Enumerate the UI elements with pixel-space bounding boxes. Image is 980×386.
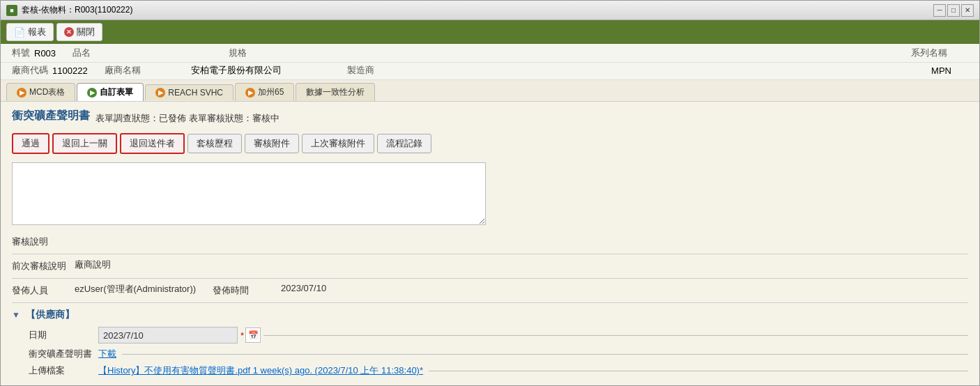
upload-label: 上傳檔案 — [29, 364, 98, 377]
upload-row: 上傳檔案 【History】不使用有害物質聲明書.pdf 1 week(s) a… — [29, 364, 968, 377]
spec-group: 規格 — [229, 47, 368, 59]
mpn-value: MPN — [931, 65, 951, 76]
form-status: 表單調查狀態：已發佈 表單審核狀態：審核中 — [95, 112, 280, 125]
prev-note-value: 廠商說明 — [75, 258, 111, 271]
vendor-name-label-group: 廠商名稱 — [105, 64, 174, 77]
review-attachment-button[interactable]: 審核附件 — [245, 134, 299, 153]
prev-note-label: 前次審核說明 — [12, 258, 75, 272]
vendor-code-label: 廠商代碼 — [12, 64, 48, 77]
process-log-button[interactable]: 流程記錄 — [377, 134, 431, 153]
declaration-row: 衝突礦產聲明書 下載 — [29, 348, 968, 360]
close-circle-icon: ✕ — [64, 27, 74, 37]
date-row: 日期 * 📅 — [29, 327, 968, 343]
title-bar: ■ 套核-依物料：R003(1100222) ─ □ ✕ — [1, 1, 979, 20]
prev-attachment-button[interactable]: 上次審核附件 — [302, 134, 374, 153]
tab-mcd[interactable]: ▶ MCD表格 — [6, 83, 75, 101]
form-title: 衝突礦產聲明書 — [12, 109, 90, 123]
report-icon: 📄 — [14, 27, 25, 38]
info-bar-row2: 廠商代碼 1100222 廠商名稱 安柏電子股份有限公司 製造商 MPN — [1, 63, 979, 80]
approve-button[interactable]: 通過 — [12, 133, 49, 154]
review-note-label: 審核說明 — [12, 234, 75, 248]
tab-reach-label: REACH SVHC — [168, 88, 223, 98]
tab-ca65[interactable]: ▶ 加州65 — [235, 83, 294, 101]
review-history-button[interactable]: 套核歷程 — [187, 134, 242, 153]
main-content: 衝突礦產聲明書 表單調查狀態：已發佈 表單審核狀態：審核中 通過 退回上一關 退… — [1, 102, 979, 385]
manufacturer-label-group: 製造商 — [347, 64, 417, 77]
publisher-row: 發佈人員 ezUser(管理者(Administrator)) 發佈時間 202… — [12, 283, 968, 297]
vendor-code-group: 廠商代碼 1100222 — [12, 64, 88, 77]
main-window: ■ 套核-依物料：R003(1100222) ─ □ ✕ 📄 報表 ✕ 關閉 料… — [0, 0, 980, 386]
tab-mcd-label: MCD表格 — [29, 86, 65, 98]
minimize-button[interactable]: ─ — [933, 4, 946, 17]
supplier-header: ▼ 【供應商】 — [12, 309, 968, 321]
tab-reach-icon: ▶ — [155, 88, 165, 98]
tab-analysis[interactable]: 數據一致性分析 — [296, 83, 375, 101]
tab-bar: ▶ MCD表格 ▶ 自訂表單 ▶ REACH SVHC ▶ 加州65 數據一致性… — [1, 80, 979, 102]
divider-1 — [12, 254, 968, 254]
material-value: R003 — [34, 48, 56, 59]
declaration-label: 衝突礦產聲明書 — [29, 348, 98, 360]
tab-analysis-label: 數據一致性分析 — [306, 86, 365, 98]
close-label: 關閉 — [77, 26, 95, 38]
series-group: 系列名稱 — [911, 47, 951, 59]
restore-button[interactable]: □ — [947, 4, 960, 17]
vendor-code-value: 1100222 — [52, 65, 88, 76]
tab-custom-icon: ▶ — [87, 88, 97, 98]
window-title: 套核-依物料：R003(1100222) — [22, 4, 933, 16]
divider-3 — [12, 302, 968, 303]
report-label: 報表 — [28, 26, 46, 38]
mpn-group: MPN — [931, 65, 951, 76]
vendor-name-label: 廠商名稱 — [105, 64, 141, 77]
tab-ca65-icon: ▶ — [245, 88, 255, 98]
publisher-value: ezUser(管理者(Administrator)) — [75, 283, 196, 295]
declaration-download-link[interactable]: 下載 — [98, 348, 116, 360]
calendar-icon[interactable]: 📅 — [245, 327, 261, 343]
material-group: 料號 R003 — [12, 47, 56, 59]
spec-label: 規格 — [229, 47, 247, 59]
review-area — [12, 162, 968, 227]
close-toolbar-button[interactable]: ✕ 關閉 — [56, 23, 102, 41]
divider-2 — [12, 278, 968, 279]
tab-custom-label: 自訂表單 — [100, 86, 133, 98]
window-controls: ─ □ ✕ — [933, 4, 974, 17]
info-bar: 料號 R003 品名 規格 系列名稱 — [1, 44, 979, 63]
manufacturer-label: 製造商 — [347, 64, 374, 77]
action-buttons-row: 通過 退回上一關 退回送件者 套核歷程 審核附件 上次審核附件 流程記錄 — [12, 133, 968, 154]
return-prev-button[interactable]: 退回上一關 — [52, 133, 117, 154]
collapse-icon[interactable]: ▼ — [12, 310, 20, 320]
tab-mcd-icon: ▶ — [17, 88, 26, 98]
publish-time-value: 2023/07/10 — [281, 283, 326, 293]
series-label: 系列名稱 — [911, 47, 947, 59]
publish-time-label: 發佈時間 — [213, 283, 275, 297]
date-required: * — [240, 330, 244, 341]
product-label: 品名 — [72, 47, 91, 59]
material-label: 料號 — [12, 47, 30, 59]
vendor-name-value: 安柏電子股份有限公司 — [191, 64, 282, 77]
review-note-row: 審核說明 — [12, 234, 968, 248]
supplier-form: 日期 * 📅 衝突礦產聲明書 下載 上傳檔案 【History】不使用有害物質聲… — [12, 327, 968, 377]
date-label: 日期 — [29, 329, 98, 341]
tab-custom[interactable]: ▶ 自訂表單 — [77, 83, 144, 101]
supplier-label: 【供應商】 — [26, 309, 75, 321]
date-input[interactable] — [98, 327, 238, 343]
window-icon: ■ — [6, 5, 17, 16]
publisher-label: 發佈人員 — [12, 283, 75, 297]
tab-ca65-label: 加州65 — [258, 86, 284, 98]
prev-note-row: 前次審核說明 廠商說明 — [12, 258, 968, 272]
toolbar: 📄 報表 ✕ 關閉 — [1, 20, 979, 44]
product-group: 品名 — [72, 47, 212, 59]
vendor-name-value-group: 安柏電子股份有限公司 — [191, 64, 330, 77]
upload-history-link[interactable]: 【History】不使用有害物質聲明書.pdf 1 week(s) ago. (… — [98, 364, 423, 377]
review-note-input[interactable] — [12, 162, 486, 225]
close-button[interactable]: ✕ — [961, 4, 974, 17]
return-sender-button[interactable]: 退回送件者 — [120, 133, 185, 154]
report-button[interactable]: 📄 報表 — [6, 23, 54, 41]
tab-reach[interactable]: ▶ REACH SVHC — [145, 84, 233, 100]
